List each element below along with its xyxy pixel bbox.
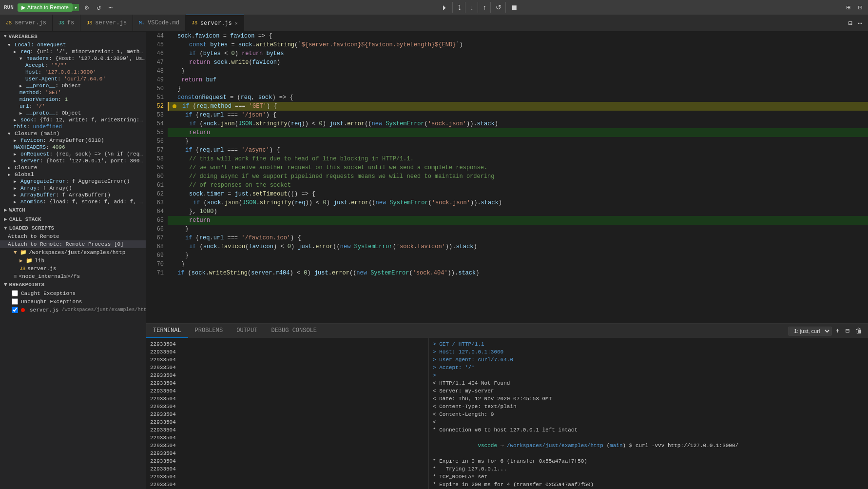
tab-server-js-2[interactable]: JS server.js (80, 15, 133, 31)
terminal-selector[interactable]: 1: just, curl (789, 327, 831, 335)
tab-terminal[interactable]: TERMINAL (146, 324, 188, 338)
code-line-63: if (sock.json(JSON.stringify(req)) < 0) … (168, 198, 868, 207)
more-icon[interactable]: ⋯ (107, 2, 115, 13)
callstack-arrow: ▶ (4, 216, 7, 222)
term-line-7: < Server: my-server (433, 387, 864, 395)
debug-arrow-icon (173, 104, 176, 108)
req-item[interactable]: ▶ req: {url: '/', minorVersion: 1, metho… (0, 48, 146, 55)
useragent-item[interactable]: User-Agent: 'curl/7.64.0' (0, 76, 146, 82)
uncaught-exceptions-bp: Uncaught Exceptions (0, 297, 146, 306)
watch-section[interactable]: ▶ WATCH (0, 205, 146, 215)
onrequest-item[interactable]: ▶ onRequest: (req, sock) => {\n if (req.… (0, 151, 146, 157)
variables-section[interactable]: ▼ VARIABLES (0, 32, 146, 41)
step-into-button[interactable]: ↓ (466, 2, 478, 13)
sock-item[interactable]: ▶ sock: {fd: 12, write: f, writeString: … (0, 117, 146, 123)
url-item[interactable]: url: '/' (0, 103, 146, 110)
stop-button[interactable]: ⏹ (507, 2, 521, 13)
headers-item[interactable]: ▼ headers: {Host: '127.0.0.1:3000', User… (0, 55, 146, 62)
continue-button[interactable]: ⏵ (438, 2, 453, 13)
proto1-item[interactable]: ▶ __proto__: Object (0, 82, 146, 89)
tab-vscode-md[interactable]: M↓ VSCode.md (133, 15, 186, 31)
code-line-65: return (168, 216, 868, 225)
code-line-56: } (168, 137, 868, 146)
uncaught-exceptions-label: Uncaught Exceptions (21, 299, 82, 305)
term-line-5: > (433, 372, 864, 379)
closure2-item[interactable]: ▶ Closure (0, 164, 146, 171)
variables-arrow: ▼ (4, 34, 6, 39)
tab-debug-console[interactable]: DEBUG CONSOLE (264, 324, 324, 338)
term-line-3: > User-Agent: curl/7.64.0 (433, 356, 864, 364)
lib-folder[interactable]: ▶ 📁 lib (0, 256, 146, 265)
proto2-item[interactable]: ▶ __proto__: Object (0, 110, 146, 117)
code-line-52: if (req.method === 'GET') { (168, 102, 868, 111)
play-icon: ▶ (21, 4, 25, 11)
code-line-62: sock.timer = just.setTimeout(() => { (168, 190, 868, 198)
restart-icon[interactable]: ↺ (95, 2, 102, 13)
aggregateerror-item[interactable]: ▶ AggregateError: f AggregateError() (0, 178, 146, 185)
tab-problems[interactable]: PROBLEMS (188, 324, 230, 338)
uncaught-exceptions-checkbox[interactable] (12, 298, 18, 305)
settings-icon[interactable]: ⚙ (83, 2, 91, 13)
script-process-label: Attach to Remote: Remote Process [0] (8, 241, 124, 247)
maxheaders-item[interactable]: MAXHEADERS: 4096 (0, 144, 146, 151)
bottom-panel: TERMINAL PROBLEMS OUTPUT DEBUG CONSOLE 1… (146, 323, 868, 489)
term-line-12: * Connection #0 to host 127.0.0.1 left i… (433, 426, 864, 434)
attach-remote-script[interactable]: Attach to Remote (0, 233, 146, 240)
tab-fs[interactable]: JS fs (53, 15, 80, 31)
terminal-right-output: > GET / HTTP/1.1 > Host: 127.0.0.1:3000 … (429, 338, 868, 489)
breakpoints-section[interactable]: ▼ BREAKPOINTS (0, 280, 146, 289)
closure-main-item[interactable]: ▼ Closure (main) (0, 130, 146, 137)
node-internals-fs[interactable]: ≡ <node_internals>/fs (0, 273, 146, 280)
code-line-57: if (req.url === '/async') { (168, 146, 868, 155)
tab-server-js-active[interactable]: JS server.js ✕ (186, 15, 244, 31)
step-out-button[interactable]: ↑ (479, 2, 491, 13)
atomics-item[interactable]: ▶ Atomics: {load: f, store: f, add: f, s… (0, 198, 146, 205)
favicon-item[interactable]: ▶ favicon: ArrayBuffer(6318) (0, 137, 146, 144)
step-over-button[interactable]: ⤵ (454, 2, 465, 13)
code-line-45: const bytes = sock.writeString(`${server… (168, 40, 868, 49)
host-item[interactable]: Host: '127.0.0.1:3000' (0, 69, 146, 76)
tab-output[interactable]: OUTPUT (230, 324, 264, 338)
add-terminal-icon[interactable]: + (833, 326, 841, 336)
code-line-50: } (168, 84, 868, 93)
caught-exceptions-bp: Caught Exceptions (0, 289, 146, 297)
term-line-14: * Expire in 0 ms for 6 (transfer 0x55a47… (433, 457, 864, 465)
panel-icon[interactable]: ⊡ (856, 2, 864, 13)
callstack-section[interactable]: ▶ CALL STACK (0, 215, 146, 224)
global-item[interactable]: ▶ Global (0, 171, 146, 178)
tab-server-js-1[interactable]: JS server.js (0, 15, 53, 31)
split-terminal-icon[interactable]: ⊟ (844, 326, 851, 336)
method-item[interactable]: method: 'GET' (0, 89, 146, 96)
callstack-label: CALL STACK (9, 216, 41, 222)
workspace-folder[interactable]: ▼ 📁 /workspaces/just/examples/http (0, 248, 146, 256)
local-onrequest[interactable]: ▼ Local: onRequest (0, 41, 146, 48)
debug-button[interactable]: ▶ Attach to Remote (18, 3, 73, 12)
layout-icon[interactable]: ⊞ (844, 2, 852, 13)
restart-debug-button[interactable]: ↺ (492, 2, 506, 13)
debug-dropdown-arrow[interactable]: ▾ (73, 4, 79, 11)
trash-terminal-icon[interactable]: 🗑 (853, 326, 864, 336)
accept-item[interactable]: Accept: '*/*' (0, 62, 146, 69)
term-line-4: > Accept: */* (433, 364, 864, 372)
js-file-icon: JS (19, 266, 25, 272)
term-line-2: > Host: 127.0.0.1:3000 (433, 348, 864, 356)
line-numbers: 4445464748 495051 52 5354555657 58596061… (146, 32, 168, 323)
loaded-scripts-arrow: ▼ (4, 225, 7, 231)
code-line-48: } (168, 67, 868, 76)
server-js-bp-checkbox[interactable] (12, 307, 18, 313)
loaded-scripts-section[interactable]: ▼ LOADED SCRIPTS (0, 224, 146, 233)
this-item[interactable]: this: undefined (0, 123, 146, 130)
attach-remote-process-script[interactable]: Attach to Remote: Remote Process [0] (0, 240, 146, 248)
server-var-item[interactable]: ▶ server: {host: '127.0.0.1', port: 3000… (0, 157, 146, 164)
tab-close-icon[interactable]: ✕ (235, 20, 238, 26)
server-js-script[interactable]: JS server.js (0, 265, 146, 273)
more-tabs-icon[interactable]: ⋯ (856, 18, 864, 28)
arraybuffer-item[interactable]: ▶ ArrayBuffer: f ArrayBuffer() (0, 192, 146, 198)
split-editor-icon[interactable]: ⊟ (846, 18, 854, 28)
minorversion-item[interactable]: minorVersion: 1 (0, 96, 146, 103)
array-item[interactable]: ▶ Array: f Array() (0, 185, 146, 192)
code-line-59: // we won't receive another request on t… (168, 163, 868, 172)
term-line-11: < (433, 418, 864, 426)
caught-exceptions-checkbox[interactable] (12, 290, 18, 296)
debug-title: Attach to Remote (27, 4, 69, 10)
